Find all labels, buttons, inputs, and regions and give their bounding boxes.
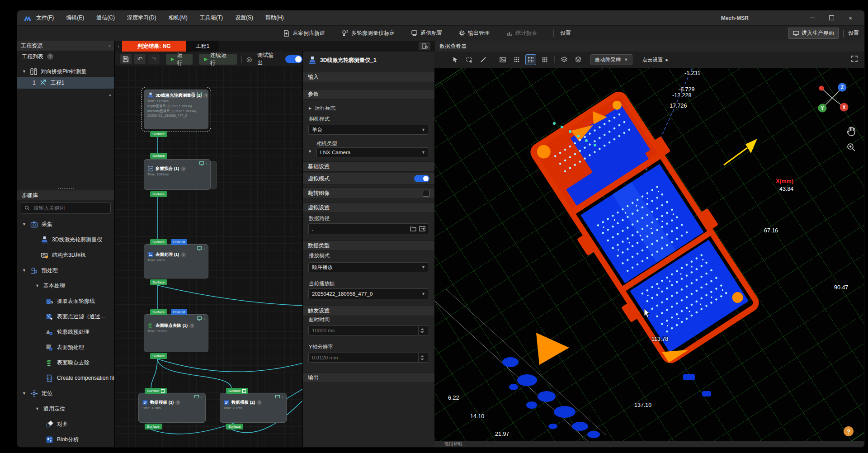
project-group-row[interactable]: ▼ 对向拼接Pin针测量 — [17, 66, 114, 77]
menu-camera[interactable]: 相机(M) — [169, 14, 188, 22]
port-tag-surface[interactable]: Surface — [150, 191, 167, 197]
continuous-run-button[interactable]: ▶ 连续运行 — [199, 54, 237, 65]
close-button[interactable]: × — [841, 13, 860, 24]
node-help-icon[interactable]: ? — [181, 166, 186, 171]
flow-canvas[interactable]: ↓ 3D线激光轮廓测量仪 (1) ? Time: 1173ms depth图像尺… — [115, 67, 302, 447]
spinner-arrows[interactable] — [418, 326, 425, 335]
redo-button[interactable]: ↷ — [148, 54, 160, 64]
section-basic-settings[interactable]: 基础设置 — [303, 161, 434, 172]
settings-right-button[interactable]: 设置 — [848, 29, 861, 37]
stacked-layers-button[interactable] — [573, 54, 584, 65]
library-item-surface-preprocessing[interactable]: 表面预处理 — [17, 340, 114, 355]
pan-hand-tool[interactable] — [846, 126, 856, 137]
layers-button[interactable] — [559, 54, 570, 65]
node-laser-profiler[interactable]: ↓ 3D线激光轮廓测量仪 (1) ? Time: 1173ms depth图像尺… — [144, 90, 208, 129]
menu-deep-learning[interactable]: 深度学习(D) — [127, 14, 156, 22]
toolbar-settings-button[interactable]: 设置 — [560, 29, 571, 37]
select-tool-button[interactable] — [450, 54, 461, 65]
menu-edit[interactable]: 编辑(E) — [66, 14, 84, 22]
run-button[interactable]: ▶ 运行 — [166, 54, 193, 65]
section-virtual-settings[interactable]: 虚拟设置 — [303, 203, 434, 213]
tab-project1[interactable]: 工程1 — [186, 41, 219, 52]
axis-dot[interactable] — [819, 86, 824, 91]
port-tag-surface[interactable]: Surface — [226, 424, 243, 429]
pointcloud-viewport[interactable]: -1.231 -6.729 -12.228 -17.726 X(mm) 43.8… — [434, 68, 864, 441]
section-data-type[interactable]: 数据类型 — [303, 241, 434, 251]
path-switch-button[interactable] — [419, 226, 425, 231]
menu-help[interactable]: 帮助(H) — [265, 14, 284, 22]
port-tag-poslist[interactable]: PosList — [171, 309, 187, 315]
fullscreen-button[interactable] — [851, 55, 858, 64]
run-settings-icon[interactable]: ◎ — [246, 56, 252, 63]
run-flag-row[interactable]: ▶ 运行标志 — [309, 105, 335, 112]
help-button[interactable]: ? — [844, 426, 854, 436]
flip-image-checkbox[interactable] — [423, 190, 429, 197]
statistics-report-button[interactable]: 统计报表 — [506, 29, 537, 37]
downsample-dropdown[interactable]: 自动降采样 ▼ — [590, 54, 632, 65]
export-log-button[interactable] — [419, 42, 430, 50]
library-item-create-compensation-file[interactable]: Create compensation file — [17, 370, 114, 386]
library-item-extract-profile[interactable]: 提取表面轮廓线 — [17, 293, 114, 309]
zoom-tool[interactable] — [846, 142, 856, 153]
library-group-general-positioning[interactable]: ▼ 通用定位 — [17, 401, 114, 416]
play-mode-select[interactable]: 顺序播放 ▼ — [308, 262, 429, 272]
port-tag-surface[interactable]: Surface — [145, 388, 167, 394]
save-button[interactable] — [120, 54, 132, 64]
node-help-icon[interactable]: ? — [175, 400, 180, 405]
sparse-point-grid-button[interactable] — [539, 54, 550, 65]
menu-file[interactable]: 文件(F) — [36, 14, 54, 22]
viewer-bottom-bar[interactable]: 使用帮助 — [434, 441, 864, 447]
timeout-spinbox[interactable]: 10000 ms — [308, 326, 429, 335]
section-trigger-settings[interactable]: 触发设置 — [303, 306, 434, 316]
expander-icon[interactable]: ▼ — [308, 149, 312, 154]
help-badge-icon[interactable]: ? — [47, 53, 53, 60]
camera-type-select[interactable]: LNX-Camera ▼ — [316, 147, 429, 157]
data-path-input[interactable]: . — [308, 223, 429, 234]
chevron-down-icon[interactable]: ▼ — [35, 283, 40, 288]
node-help-icon[interactable]: ? — [181, 252, 186, 257]
library-group-capture[interactable]: ▼ 采集 — [17, 217, 114, 232]
library-group-preprocessing[interactable]: ▼ 预处理 — [17, 263, 114, 278]
new-from-case-button[interactable]: 从案例库新建 — [283, 29, 325, 37]
port-tag-surface[interactable]: Surface — [150, 309, 167, 315]
section-params[interactable]: 参数 — [303, 89, 434, 99]
library-item-laser-profiler[interactable]: 3D线激光轮廓测量仪 — [17, 232, 114, 247]
port-tag-surface[interactable]: Surface — [226, 388, 248, 394]
current-frame-select[interactable]: 20250422_180958_477_0 ▼ — [308, 288, 429, 299]
collapse-left-icon[interactable]: ‹ — [109, 42, 111, 49]
chevron-down-icon[interactable]: ▼ — [22, 222, 27, 226]
library-item-align[interactable]: 对齐 — [17, 416, 114, 432]
communication-config-button[interactable]: 通信配置 — [411, 29, 442, 37]
virtual-mode-toggle[interactable] — [414, 175, 429, 182]
chevron-down-icon[interactable]: ▼ — [22, 268, 27, 273]
output-management-button[interactable]: 输出管理 — [458, 29, 490, 37]
node-multi-fit[interactable]: ↓ 多重拟合 (1) ? Time: 1089ms — [144, 159, 211, 190]
profiler-calibration-button[interactable]: 2 多轮廓测量仪标定 — [341, 29, 395, 37]
library-item-surface-point-filter[interactable]: 表面点过滤（通过... — [17, 309, 114, 324]
undo-button[interactable]: ↶ — [134, 54, 146, 64]
minimize-button[interactable] — [803, 13, 822, 24]
section-output[interactable]: 输出 — [303, 373, 434, 383]
node-surface-process[interactable]: ↓ 表面处理 (1) ? Time: 48ms — [144, 244, 208, 278]
menu-communication[interactable]: 通信(C) — [96, 14, 115, 22]
port-tag-surface[interactable]: Surface — [150, 353, 167, 359]
restore-button[interactable] — [822, 13, 841, 24]
point-grid-button[interactable] — [511, 54, 522, 65]
port-tag-surface[interactable]: Surface — [150, 279, 167, 285]
box-select-tool-button[interactable] — [464, 54, 475, 65]
node-surface-denoise[interactable]: ↓ 表面噪点去除 (1) ? Time: 310ms — [144, 314, 208, 352]
library-item-structured-light-camera[interactable]: 结构光3D相机 — [17, 247, 114, 263]
menu-toolbox[interactable]: 工具箱(T) — [200, 14, 223, 22]
browse-folder-button[interactable] — [410, 226, 416, 231]
menu-settings[interactable]: 设置(S) — [235, 14, 253, 22]
library-group-positioning[interactable]: ▼ 定位 — [17, 386, 114, 401]
enter-production-button[interactable]: 进入生产界面 — [788, 28, 839, 39]
node-help-icon[interactable]: ? — [189, 323, 194, 328]
chevron-down-icon[interactable]: ▼ — [22, 69, 27, 74]
dense-point-grid-button[interactable] — [525, 54, 536, 65]
chevron-down-icon[interactable]: ▼ — [22, 391, 27, 396]
search-input[interactable] — [33, 205, 98, 211]
tab-judgement-result[interactable]: 判定结果: NG — [122, 41, 186, 52]
library-group-basic-processing[interactable]: ▼ 基本处理 — [17, 278, 114, 293]
camera-mode-select[interactable]: 单台 ▼ — [308, 125, 429, 135]
